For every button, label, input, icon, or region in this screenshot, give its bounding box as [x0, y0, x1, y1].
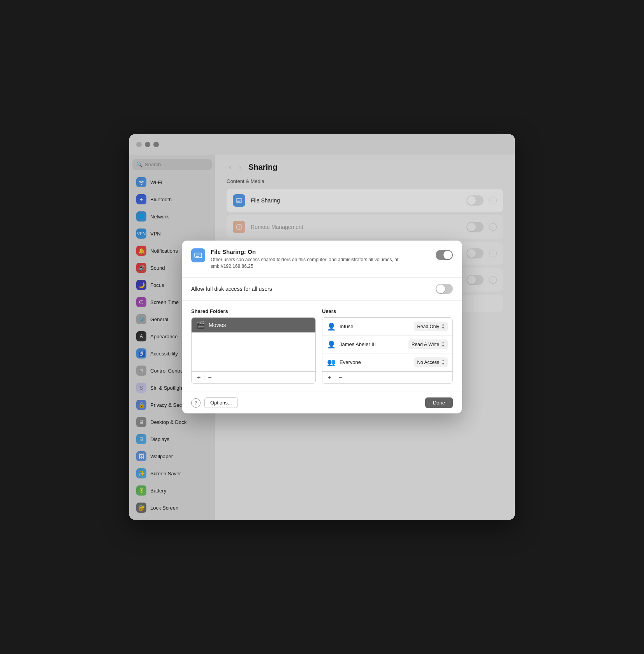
full-disk-toggle[interactable] [436, 284, 453, 294]
add-folder-button[interactable]: + [195, 373, 203, 382]
stepper-james: ▲ ▼ [442, 341, 445, 348]
shared-folders-header: Shared Folders [191, 308, 322, 317]
stepper-everyone: ▲ ▼ [442, 359, 445, 366]
user-icon-infuse: 👤 [327, 322, 336, 331]
shared-folders-wrapper: Shared Folders 🎬 Movies + − [191, 308, 322, 384]
user-name-everyone: Everyone [340, 359, 410, 365]
full-disk-label: Allow full disk access for all users [191, 286, 436, 292]
help-button[interactable]: ? [191, 398, 201, 408]
svg-rect-3 [195, 253, 202, 258]
remove-folder-button[interactable]: − [206, 373, 214, 382]
user-name-infuse: Infuse [340, 323, 410, 329]
folder-item-label-movies: Movies [209, 322, 226, 328]
file-sharing-modal-toggle[interactable] [436, 250, 453, 260]
folders-bar-divider [204, 375, 204, 380]
shared-folders-list: 🎬 Movies + − [191, 317, 316, 384]
folder-item-icon-movies: 🎬 [196, 321, 205, 329]
permission-label-infuse: Read Only [417, 324, 439, 329]
permission-label-james: Read & Write [412, 342, 439, 347]
modal-body: Shared Folders 🎬 Movies + − [182, 301, 462, 392]
modal-subtitle: Other users can access shared folders on… [211, 257, 430, 270]
remove-user-button[interactable]: − [336, 373, 345, 382]
user-item-everyone: 👥 Everyone No Access ▲ ▼ [322, 353, 452, 371]
full-disk-row: Allow full disk access for all users [182, 278, 462, 301]
modal-header-toggle-wrapper [436, 250, 453, 260]
user-item-infuse: 👤 Infuse Read Only ▲ ▼ [322, 318, 452, 336]
user-icon-everyone: 👥 [327, 358, 336, 367]
users-add-remove-bar: + − [322, 371, 452, 383]
users-list: 👤 Infuse Read Only ▲ ▼ [322, 317, 453, 384]
permission-label-everyone: No Access [417, 360, 439, 365]
users-wrapper: Users 👤 Infuse Read Only ▲ ▼ [322, 308, 453, 384]
modal-header: File Sharing: On Other users can access … [182, 241, 462, 278]
options-button[interactable]: Options... [204, 397, 238, 408]
users-bar-divider [335, 375, 335, 380]
modal-icon [191, 248, 205, 262]
modal-overlay: File Sharing: On Other users can access … [129, 134, 515, 520]
modal-footer: ? Options... Done [182, 392, 462, 413]
stepper-infuse: ▲ ▼ [442, 323, 445, 330]
users-header: Users [322, 308, 453, 317]
folder-list-empty [192, 332, 315, 371]
modal-header-text: File Sharing: On Other users can access … [211, 248, 430, 270]
folders-add-remove-bar: + − [192, 371, 315, 383]
main-window: 🔍 Search Wi-Fi + Bluetooth 🌐 Network [129, 134, 515, 520]
folder-item-movies[interactable]: 🎬 Movies [192, 318, 315, 332]
permission-select-james[interactable]: Read & Write ▲ ▼ [408, 339, 448, 349]
user-name-james: James Abeler III [340, 341, 405, 347]
done-button[interactable]: Done [425, 397, 453, 408]
user-item-james: 👤 James Abeler III Read & Write ▲ ▼ [322, 336, 452, 353]
user-icon-james: 👤 [327, 340, 336, 349]
permission-select-infuse[interactable]: Read Only ▲ ▼ [414, 322, 448, 331]
add-user-button[interactable]: + [326, 373, 334, 382]
file-sharing-modal: File Sharing: On Other users can access … [182, 241, 462, 414]
modal-title: File Sharing: On [211, 248, 430, 255]
permission-select-everyone[interactable]: No Access ▲ ▼ [414, 357, 448, 367]
